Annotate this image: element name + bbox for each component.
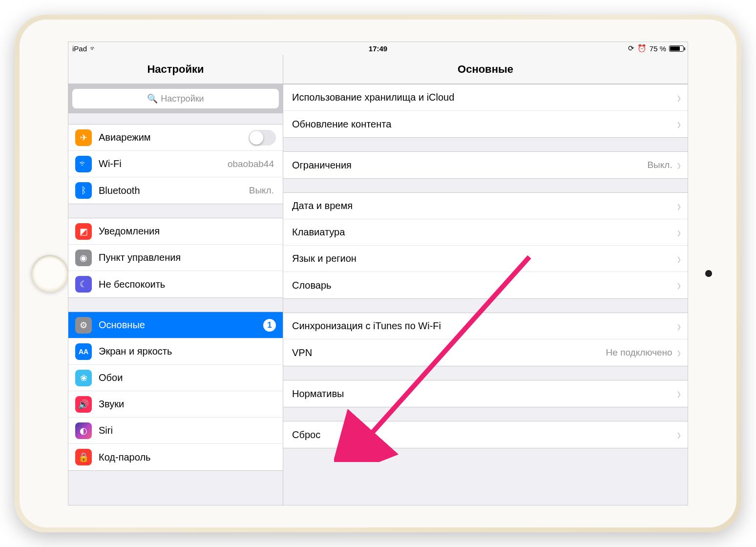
- detail-item[interactable]: Дата и время›: [283, 193, 688, 219]
- detail-item[interactable]: Клавиатура›: [283, 219, 688, 246]
- chevron-right-icon: ›: [677, 385, 681, 402]
- detail-item-label: Ограничения: [292, 160, 647, 171]
- screen: iPad ᯤ 17:49 ⟳ ⏰ 75 % Настройки �: [68, 42, 688, 505]
- clock: 17:49: [369, 44, 387, 53]
- detail-item-label: Сброс: [292, 429, 674, 441]
- chevron-right-icon: ›: [677, 115, 681, 133]
- siri-icon: ◐: [75, 422, 92, 439]
- chevron-right-icon: ›: [677, 88, 681, 106]
- detail-item[interactable]: Словарь›: [283, 272, 688, 298]
- sidebar-item-value: obaobab44: [228, 159, 274, 169]
- detail-list[interactable]: Использование хранилища и iCloud›Обновле…: [283, 84, 688, 505]
- detail-item[interactable]: ОграниченияВыкл.›: [283, 152, 688, 178]
- sidebar-item-notifications[interactable]: ◩Уведомления: [68, 218, 283, 245]
- detail-title: Основные: [283, 55, 688, 84]
- sidebar-item-label: Код-пароль: [99, 452, 276, 463]
- sidebar-item-label: Уведомления: [99, 226, 276, 237]
- sidebar-item-bluetooth[interactable]: ᛒBluetoothВыкл.: [68, 177, 283, 204]
- sidebar-item-label: Wi-Fi: [99, 158, 228, 169]
- search-input[interactable]: 🔍 Настройки: [72, 89, 279, 108]
- sidebar-item-airplane[interactable]: ✈︎Авиарежим: [68, 125, 283, 151]
- search-container: 🔍 Настройки: [68, 84, 283, 113]
- lock-icon: 🔒: [75, 449, 92, 465]
- search-placeholder: Настройки: [161, 94, 204, 104]
- detail-item[interactable]: Синхронизация с iTunes по Wi-Fi›: [283, 313, 688, 339]
- alarm-icon: ⏰: [637, 44, 647, 53]
- sidebar-item-label: Авиарежим: [99, 132, 249, 143]
- toggle-airplane[interactable]: [249, 130, 276, 146]
- sound-icon: 🔊: [75, 396, 92, 413]
- chevron-right-icon: ›: [677, 223, 681, 241]
- bluetooth-icon: ᛒ: [75, 182, 92, 199]
- chevron-right-icon: ›: [677, 197, 681, 214]
- sidebar-list[interactable]: ✈︎АвиарежимᯤWi-Fiobaobab44ᛒBluetoothВыкл…: [68, 113, 283, 505]
- sidebar-item-label: Пункт управления: [99, 252, 276, 263]
- home-button[interactable]: [31, 255, 68, 292]
- search-icon: 🔍: [147, 93, 158, 104]
- sidebar-item-value: Выкл.: [249, 185, 274, 196]
- settings-sidebar: Настройки 🔍 Настройки ✈︎АвиарежимᯤWi-Fio…: [68, 55, 283, 505]
- detail-item-label: Использование хранилища и iCloud: [292, 92, 674, 103]
- control-center-icon: ◉: [75, 250, 92, 266]
- sidebar-item-gear[interactable]: ⚙︎Основные1: [68, 312, 283, 338]
- sidebar-item-wallpaper[interactable]: ❀Обои: [68, 365, 283, 391]
- battery-icon: [669, 45, 684, 52]
- sidebar-item-label: Siri: [99, 425, 276, 436]
- orientation-lock-icon: ⟳: [628, 44, 634, 53]
- ipad-frame: iPad ᯤ 17:49 ⟳ ⏰ 75 % Настройки �: [15, 15, 741, 532]
- sidebar-item-lock[interactable]: 🔒Код-пароль: [68, 444, 283, 470]
- gear-icon: ⚙︎: [75, 317, 92, 334]
- sidebar-item-label: Не беспокоить: [99, 279, 276, 290]
- detail-item[interactable]: Сброс›: [283, 421, 688, 448]
- sidebar-title: Настройки: [68, 55, 283, 84]
- detail-item[interactable]: VPNНе подключено›: [283, 339, 688, 366]
- detail-item[interactable]: Использование хранилища и iCloud›: [283, 84, 688, 111]
- sidebar-item-wifi[interactable]: ᯤWi-Fiobaobab44: [68, 151, 283, 177]
- detail-item-label: Словарь: [292, 280, 674, 291]
- ipad-bezel: iPad ᯤ 17:49 ⟳ ⏰ 75 % Настройки �: [20, 20, 736, 527]
- chevron-right-icon: ›: [677, 426, 681, 443]
- status-bar: iPad ᯤ 17:49 ⟳ ⏰ 75 %: [68, 42, 688, 55]
- detail-item-label: Дата и время: [292, 200, 674, 211]
- sidebar-item-control-center[interactable]: ◉Пункт управления: [68, 245, 283, 271]
- sidebar-item-sound[interactable]: 🔊Звуки: [68, 391, 283, 418]
- chevron-right-icon: ›: [677, 317, 681, 335]
- sidebar-item-label: Основные: [99, 319, 259, 331]
- battery-pct: 75 %: [650, 44, 666, 53]
- wallpaper-icon: ❀: [75, 370, 92, 386]
- badge: 1: [263, 319, 276, 332]
- chevron-right-icon: ›: [677, 276, 681, 294]
- detail-item-label: Язык и регион: [292, 253, 674, 264]
- detail-item-label: Клавиатура: [292, 227, 674, 238]
- sidebar-item-label: Экран и яркость: [99, 346, 276, 357]
- detail-pane: Основные Использование хранилища и iClou…: [283, 55, 688, 505]
- detail-item-label: VPN: [292, 347, 606, 358]
- detail-item-label: Обновление контента: [292, 119, 674, 130]
- sidebar-item-label: Обои: [99, 372, 276, 383]
- detail-item-value: Выкл.: [647, 160, 672, 170]
- sidebar-item-aa[interactable]: AAЭкран и яркость: [68, 338, 283, 365]
- chevron-right-icon: ›: [677, 250, 681, 267]
- airplane-icon: ✈︎: [75, 129, 92, 146]
- wifi-icon: ᯤ: [75, 156, 92, 172]
- sidebar-item-siri[interactable]: ◐Siri: [68, 418, 283, 444]
- notifications-icon: ◩: [75, 223, 92, 240]
- detail-item[interactable]: Обновление контента›: [283, 111, 688, 137]
- front-camera: [705, 270, 712, 277]
- aa-icon: AA: [75, 343, 92, 360]
- detail-item-label: Нормативы: [292, 388, 674, 400]
- sidebar-item-label: Звуки: [99, 399, 276, 410]
- detail-item[interactable]: Нормативы›: [283, 380, 688, 407]
- detail-item-value: Не подключено: [606, 347, 672, 358]
- sidebar-item-dnd[interactable]: ☾Не беспокоить: [68, 271, 283, 297]
- chevron-right-icon: ›: [677, 344, 681, 361]
- device-label: iPad: [72, 44, 87, 53]
- sidebar-item-label: Bluetooth: [99, 185, 249, 196]
- chevron-right-icon: ›: [677, 156, 681, 174]
- wifi-icon: ᯤ: [90, 44, 97, 52]
- detail-item[interactable]: Язык и регион›: [283, 246, 688, 272]
- dnd-icon: ☾: [75, 276, 92, 293]
- detail-item-label: Синхронизация с iTunes по Wi-Fi: [292, 320, 674, 332]
